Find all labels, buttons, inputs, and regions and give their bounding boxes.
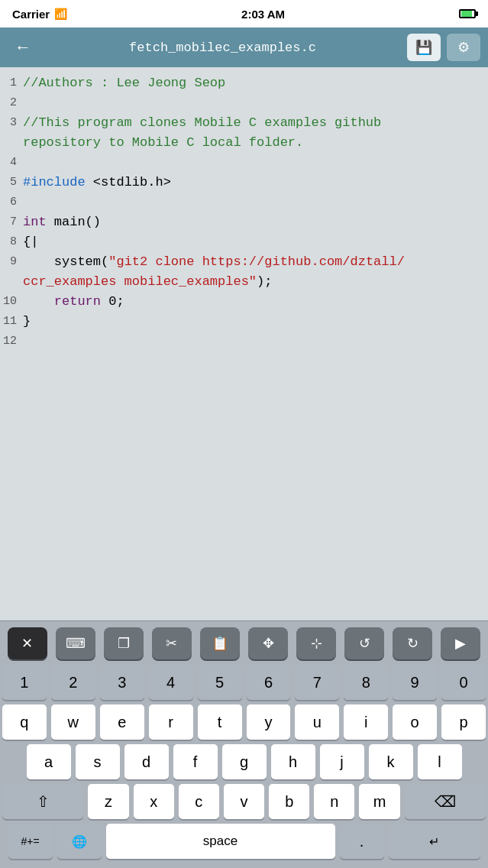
key-0[interactable]: 0	[441, 665, 486, 700]
keyboard-row-space: #+= 🌐 space . ↵	[2, 824, 486, 859]
toolbar-close-button[interactable]: ✕	[8, 627, 47, 659]
key-b[interactable]: b	[269, 784, 309, 819]
code-line-5: 5 #include <stdlib.h>	[0, 173, 488, 193]
key-h[interactable]: h	[271, 744, 315, 779]
settings-button[interactable]: ⚙	[447, 34, 480, 61]
code-line-12: 12	[0, 332, 488, 351]
line-content-10: return 0;	[23, 292, 488, 312]
toolbar-paste-button[interactable]: 📋	[200, 627, 240, 659]
status-right	[459, 9, 476, 18]
save-button[interactable]: 💾	[407, 34, 441, 61]
keyboard-toolbar: ✕ ⌨ ❐ ✂ 📋 ✥ ⊹ ↺ ↻ ▶	[0, 620, 488, 665]
code-line-8: 8 {|	[0, 232, 488, 252]
key-y[interactable]: y	[247, 704, 291, 740]
key-n[interactable]: n	[314, 784, 354, 819]
key-w[interactable]: w	[51, 704, 95, 740]
code-line-2: 2	[0, 93, 488, 113]
key-z[interactable]: z	[88, 784, 128, 819]
toolbar-copy-button[interactable]: ❐	[104, 627, 144, 659]
toolbar-run-button[interactable]: ▶	[441, 627, 480, 659]
keyboard-row-qwerty: q w e r t y u i o p	[2, 704, 486, 740]
key-symbols[interactable]: #+=	[8, 824, 53, 859]
key-k[interactable]: k	[369, 744, 413, 779]
key-j[interactable]: j	[320, 744, 364, 779]
nav-actions: 💾 ⚙	[407, 34, 480, 61]
toolbar-move-selection-button[interactable]: ✥	[248, 627, 288, 659]
line-content-11: }	[23, 312, 488, 332]
keyboard: 1 2 3 4 5 6 7 8 9 0 q w e r t y u i o p …	[0, 665, 488, 868]
key-5[interactable]: 5	[198, 665, 242, 700]
code-line-7: 7 int main()	[0, 212, 488, 232]
battery-icon	[459, 9, 476, 18]
key-emoji-or-lang[interactable]: 🌐	[57, 824, 102, 859]
line-num-4: 4	[0, 153, 23, 173]
key-o[interactable]: o	[393, 704, 437, 740]
line-num-9: 9	[0, 252, 23, 272]
key-m[interactable]: m	[359, 784, 399, 819]
keyboard-row-zxcv: ⇧ z x c v b n m ⌫	[2, 784, 486, 819]
key-s[interactable]: s	[76, 744, 120, 779]
line-num-12: 12	[0, 332, 23, 351]
key-f[interactable]: f	[173, 744, 218, 779]
key-4[interactable]: 4	[149, 665, 193, 700]
key-t[interactable]: t	[198, 704, 242, 740]
toolbar-keyboard-button[interactable]: ⌨	[56, 627, 95, 659]
key-g[interactable]: g	[222, 744, 267, 779]
line-content-7: int main()	[23, 212, 488, 232]
code-line-9: 9 system("git2 clone https://github.com/…	[0, 252, 488, 292]
key-9[interactable]: 9	[393, 665, 437, 700]
wifi-icon: 📶	[54, 8, 67, 20]
key-3[interactable]: 3	[100, 665, 144, 700]
line-content-3: //This program clones Mobile C examples …	[23, 113, 488, 153]
line-content-5: #include <stdlib.h>	[23, 173, 488, 193]
line-content-8: {|	[23, 232, 488, 252]
key-6[interactable]: 6	[247, 665, 291, 700]
key-backspace[interactable]: ⌫	[405, 784, 486, 819]
key-8[interactable]: 8	[344, 665, 388, 700]
key-d[interactable]: d	[124, 744, 169, 779]
code-line-1: 1 //Authors : Lee Jeong Seop	[0, 73, 488, 93]
nav-title: fetch_mobilec_examples.c	[38, 40, 407, 55]
line-num-1: 1	[0, 73, 23, 93]
key-return[interactable]: ↵	[389, 824, 480, 859]
key-u[interactable]: u	[295, 704, 339, 740]
key-e[interactable]: e	[100, 704, 144, 740]
toolbar-undo-button[interactable]: ↺	[344, 627, 384, 659]
back-button[interactable]: ←	[8, 32, 38, 63]
key-shift[interactable]: ⇧	[2, 784, 83, 819]
key-space[interactable]: space	[106, 824, 335, 859]
toolbar-cut-button[interactable]: ✂	[152, 627, 192, 659]
key-l[interactable]: l	[418, 744, 462, 779]
code-line-3: 3 //This program clones Mobile C example…	[0, 113, 488, 153]
key-i[interactable]: i	[344, 704, 388, 740]
key-7[interactable]: 7	[295, 665, 339, 700]
key-q[interactable]: q	[2, 704, 47, 740]
key-x[interactable]: x	[134, 784, 174, 819]
toolbar-move-cursor-button[interactable]: ⊹	[296, 627, 336, 659]
code-editor[interactable]: 1 //Authors : Lee Jeong Seop 2 3 //This …	[0, 67, 488, 620]
key-c[interactable]: c	[179, 784, 219, 819]
key-r[interactable]: r	[149, 704, 193, 740]
keyboard-row-numbers: 1 2 3 4 5 6 7 8 9 0	[2, 665, 486, 700]
status-bar: Carrier 📶 2:03 AM	[0, 0, 488, 28]
line-num-7: 7	[0, 212, 23, 232]
toolbar-redo-button[interactable]: ↻	[393, 627, 432, 659]
line-num-2: 2	[0, 93, 23, 113]
line-num-10: 10	[0, 292, 23, 312]
line-num-3: 3	[0, 113, 23, 133]
key-1[interactable]: 1	[2, 665, 47, 700]
key-p[interactable]: p	[441, 704, 486, 740]
key-2[interactable]: 2	[51, 665, 95, 700]
key-a[interactable]: a	[27, 744, 71, 779]
keyboard-row-asdf: a s d f g h j k l	[2, 744, 486, 779]
key-period[interactable]: .	[340, 824, 384, 859]
code-line-4: 4	[0, 153, 488, 173]
line-num-5: 5	[0, 173, 23, 193]
status-left: Carrier 📶	[12, 8, 67, 21]
line-content-1: //Authors : Lee Jeong Seop	[23, 73, 488, 93]
nav-bar: ← fetch_mobilec_examples.c 💾 ⚙	[0, 28, 488, 67]
line-num-11: 11	[0, 312, 23, 332]
key-v[interactable]: v	[224, 784, 264, 819]
code-line-11: 11 }	[0, 312, 488, 332]
code-line-6: 6	[0, 193, 488, 212]
